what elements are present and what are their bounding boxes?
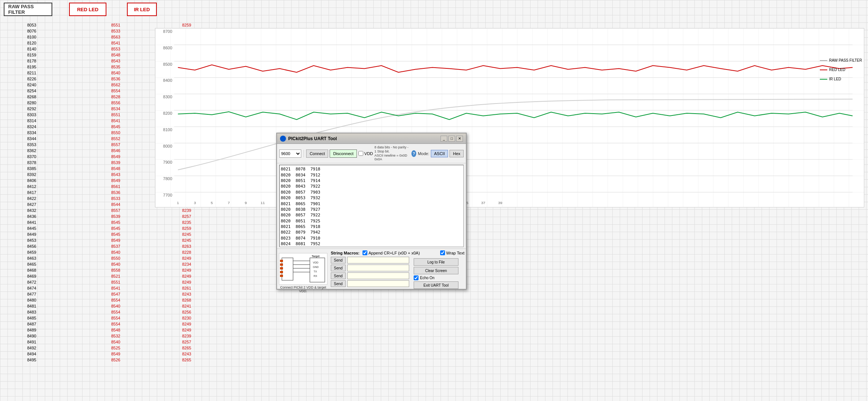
raw-value: 8491 — [2, 339, 62, 345]
red-value: 8562 — [86, 82, 146, 88]
raw-value: 8178 — [2, 58, 62, 64]
macro-input-4[interactable] — [347, 280, 409, 287]
wrap-text-label[interactable]: Wrap Text — [440, 250, 464, 255]
macro-send-btn-3[interactable]: Send — [331, 272, 346, 279]
clear-screen-button[interactable]: Clear Screen — [414, 267, 458, 274]
wrap-text-checkbox[interactable] — [440, 250, 445, 255]
legend-raw-label: RAW PASS FILTER — [829, 58, 862, 62]
macro-send-btn-1[interactable]: Send — [331, 257, 346, 263]
red-value: 8532 — [86, 333, 146, 339]
echo-on-checkbox[interactable] — [414, 275, 419, 280]
raw-value: 8453 — [2, 238, 62, 244]
vdd-checkbox-label[interactable]: VDD — [358, 151, 373, 156]
connect-button[interactable]: Connect — [306, 149, 328, 158]
red-value: 8540 — [86, 262, 146, 268]
svg-text:TX: TX — [314, 270, 317, 273]
macro-row-4: Send — [331, 280, 409, 287]
red-value: 8536 — [86, 76, 146, 82]
red-value: 8540 — [86, 250, 146, 256]
red-value: 8528 — [86, 94, 146, 100]
append-crlf-checkbox[interactable] — [363, 250, 367, 255]
ir-value: 8256 — [157, 309, 217, 315]
legend-ir-label: IR LED — [829, 77, 841, 81]
chart-container: 8700 8600 8500 8400 8300 8200 8100 8000 … — [155, 28, 864, 207]
red-value: 8551 — [86, 280, 146, 286]
raw-value: 8392 — [2, 172, 62, 178]
raw-value: 8303 — [2, 112, 62, 118]
baud-rate-select[interactable]: 9600 19200 38400 57600 115200 — [279, 149, 301, 158]
red-led-label: RED LED — [69, 3, 106, 16]
raw-value: 8378 — [2, 160, 62, 166]
raw-value: 8159 — [2, 52, 62, 58]
svg-text:7700: 7700 — [163, 193, 172, 197]
help-icon[interactable]: ? — [411, 150, 416, 157]
minimize-button[interactable]: _ — [441, 136, 447, 142]
vdd-label: VDD — [364, 151, 373, 156]
macro-send-btn-2[interactable]: Send — [331, 265, 346, 271]
options-panel: Log to File Clear Screen Echo On Exit UA… — [412, 257, 464, 292]
svg-text:8100: 8100 — [163, 127, 172, 132]
ir-value: 8249 — [157, 268, 217, 274]
svg-text:RX: RX — [314, 275, 317, 277]
red-value: 8545 — [86, 124, 146, 130]
red-value: 8558 — [86, 268, 146, 274]
echo-on-text: Echo On — [420, 276, 435, 280]
red-value: 8536 — [86, 190, 146, 196]
ascii-mode-button[interactable]: ASCII — [431, 150, 448, 157]
exit-uart-button[interactable]: Exit UART Tool — [414, 281, 458, 289]
close-button[interactable]: ✕ — [456, 136, 463, 142]
mode-label: Mode: — [418, 151, 429, 156]
disconnect-button[interactable]: Disconnect — [330, 149, 357, 158]
maximize-button[interactable]: □ — [448, 136, 455, 142]
svg-rect-47 — [280, 271, 283, 273]
legend-raw-line — [820, 60, 827, 61]
uart-output-line: 8021 8065 7901 — [281, 201, 462, 207]
raw-value: 8463 — [2, 256, 62, 262]
svg-rect-48 — [280, 275, 283, 277]
raw-value: 8492 — [2, 345, 62, 351]
ir-value: 8257 — [157, 339, 217, 345]
raw-value: 8456 — [2, 244, 62, 250]
vdd-checkbox[interactable] — [358, 151, 363, 156]
titlebar-buttons[interactable]: _ □ ✕ — [441, 136, 463, 142]
svg-text:8400: 8400 — [163, 78, 172, 83]
ir-value: 8235 — [157, 220, 217, 226]
ir-led-label: IR LED — [127, 3, 157, 16]
macro-input-1[interactable] — [347, 257, 409, 263]
raw-value: 8468 — [2, 268, 62, 274]
uart-output-area[interactable]: 8021 8078 79188020 8034 79128020 8051 79… — [279, 165, 464, 247]
raw-value: 8211 — [2, 70, 62, 76]
red-value: 8553 — [86, 46, 146, 52]
raw-value: 8344 — [2, 136, 62, 142]
macro-send-area: Send Send Send Send — [331, 257, 409, 292]
log-to-file-button[interactable]: Log to File — [414, 258, 458, 266]
red-value: 8544 — [86, 202, 146, 208]
raw-value: 8324 — [2, 124, 62, 130]
red-value: 8554 — [86, 88, 146, 94]
uart-output-line: 8020 8034 7912 — [281, 172, 462, 178]
raw-value: 8481 — [2, 303, 62, 309]
red-value: 8548 — [86, 52, 146, 58]
red-value: 8537 — [86, 244, 146, 250]
echo-on-label[interactable]: Echo On — [414, 275, 463, 280]
macro-send-btn-4[interactable]: Send — [331, 280, 346, 287]
ir-value: 8245 — [157, 238, 217, 244]
append-crlf-label[interactable]: Append CR+LF (x0D + x0A) — [363, 250, 420, 255]
macro-row-3: Send — [331, 272, 409, 279]
ir-value: 8268 — [157, 297, 217, 303]
ir-value: 8249 — [157, 256, 217, 262]
chart-legend: RAW PASS FILTER RED LED IR LED — [820, 58, 862, 81]
hex-mode-button[interactable]: Hex — [449, 150, 464, 157]
raw-value: 8385 — [2, 166, 62, 172]
raw-value: 8480 — [2, 297, 62, 303]
red-value: 8543 — [86, 58, 146, 64]
raw-value: 8436 — [2, 214, 62, 220]
red-value: 8548 — [86, 327, 146, 333]
macro-input-2[interactable] — [347, 265, 409, 271]
legend-red-line — [820, 70, 827, 70]
uart-output-line: 8020 8051 7914 — [281, 178, 462, 183]
svg-text:7900: 7900 — [163, 160, 172, 165]
circuit-diagram-area: VDD GND TX RX Target Connect PICkit 2 VD… — [277, 249, 329, 297]
raw-value: 8490 — [2, 333, 62, 339]
macro-input-3[interactable] — [347, 272, 409, 279]
